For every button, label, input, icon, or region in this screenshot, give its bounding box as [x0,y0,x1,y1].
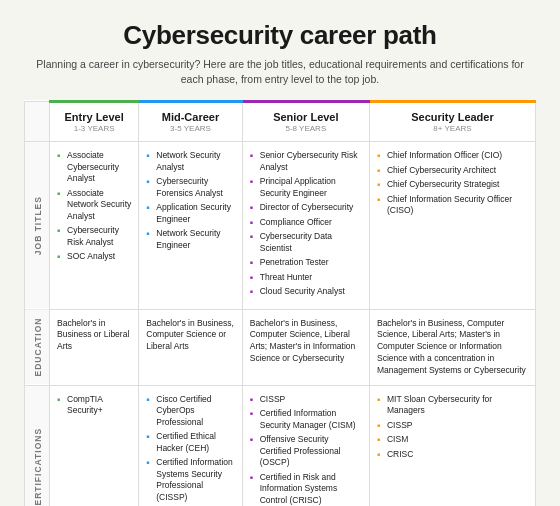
col-header-senior: Senior Level 5-8 YEARS [242,102,369,142]
list-item: Director of Cybersecurity [250,202,362,213]
col-header-entry: Entry Level 1-3 YEARS [50,102,139,142]
list-item: CISM [377,434,528,445]
list-item: Principal Application Security Engineer [250,176,362,199]
leader-certs: MIT Sloan Cybersecurity for ManagersCISS… [369,385,535,506]
row-label-education: EDUCATION [25,309,50,385]
entry-education: Bachelor's in Business or Liberal Arts [50,309,139,385]
row-label-certs: CERTIFICATIONS [25,385,50,506]
career-grid: Entry Level 1-3 YEARS Mid-Career 3-5 YEA… [24,100,536,506]
list-item: Cybersecurity Data Scientist [250,231,362,254]
list-item: Certified Information Security Manager (… [250,408,362,431]
list-item: Application Security Engineer [146,202,234,225]
list-item: Chief Cybersecurity Architect [377,165,528,176]
senior-education: Bachelor's in Business, Computer Science… [242,309,369,385]
list-item: Certified Ethical Hacker (CEH) [146,431,234,454]
mid-job-titles: Network Security AnalystCybersecurity Fo… [139,142,242,309]
list-item: CISSP [377,420,528,431]
list-item: Penetration Tester [250,257,362,268]
list-item: Threat Hunter [250,272,362,283]
list-item: Cloud Security Analyst [250,286,362,297]
entry-certs: CompTIA Security+ [50,385,139,506]
list-item: Chief Information Security Officer (CISO… [377,194,528,217]
list-item: CompTIA Security+ [57,394,131,417]
list-item: Associate Network Security Analyst [57,188,131,222]
senior-job-titles: Senior Cybersecurity Risk AnalystPrincip… [242,142,369,309]
list-item: Certified in Risk and Information System… [250,472,362,506]
list-item: Offensive Security Certified Professiona… [250,434,362,468]
list-item: Associate Cybersecurity Analyst [57,150,131,184]
page-subtitle: Planning a career in cybersecurity? Here… [24,57,536,86]
row-job-titles: JOB TITLES Associate Cybersecurity Analy… [25,142,536,309]
senior-certs: CISSPCertified Information Security Mana… [242,385,369,506]
list-item: SOC Analyst [57,251,131,262]
list-item: Chief Information Officer (CIO) [377,150,528,161]
col-header-leader: Security Leader 8+ YEARS [369,102,535,142]
entry-job-titles: Associate Cybersecurity AnalystAssociate… [50,142,139,309]
list-item: Cybersecurity Risk Analyst [57,225,131,248]
list-item: Network Security Engineer [146,228,234,251]
col-header-mid: Mid-Career 3-5 YEARS [139,102,242,142]
list-item: Cisco Certified CyberOps Professional [146,394,234,428]
mid-certs: Cisco Certified CyberOps ProfessionalCer… [139,385,242,506]
list-item: CISSP [250,394,362,405]
list-item: CRISC [377,449,528,460]
list-item: Certified Information Systems Security P… [146,457,234,503]
list-item: Cybersecurity Forensics Analyst [146,176,234,199]
list-item: Network Security Analyst [146,150,234,173]
list-item: MIT Sloan Cybersecurity for Managers [377,394,528,417]
mid-education: Bachelor's in Business, Computer Science… [139,309,242,385]
list-item: Senior Cybersecurity Risk Analyst [250,150,362,173]
page-title: Cybersecurity career path [24,20,536,51]
row-certifications: CERTIFICATIONS CompTIA Security+ Cisco C… [25,385,536,506]
list-item: Compliance Officer [250,217,362,228]
leader-education: Bachelor's in Business, Computer Science… [369,309,535,385]
leader-job-titles: Chief Information Officer (CIO)Chief Cyb… [369,142,535,309]
row-education: EDUCATION Bachelor's in Business or Libe… [25,309,536,385]
row-label-jobs: JOB TITLES [25,142,50,309]
list-item: Chief Cybersecurity Strategist [377,179,528,190]
